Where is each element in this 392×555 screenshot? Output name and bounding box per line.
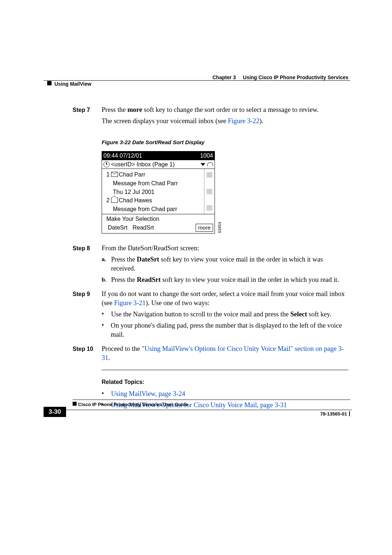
- scroll-lines-icon: [207, 189, 212, 194]
- step-label: Step 8: [73, 244, 102, 288]
- phone-extension: 1004: [200, 152, 213, 160]
- header-rule: [44, 80, 350, 81]
- step-7: Step 7 Press the more soft key to change…: [73, 105, 348, 242]
- header-marker: [47, 81, 52, 85]
- scroll-lines-icon: [207, 173, 212, 177]
- doc-number: 78-13565-01: [320, 411, 350, 417]
- footer-marker: [73, 402, 77, 406]
- figure-3-22-link[interactable]: Figure 3-22: [228, 117, 260, 125]
- phone-prompt: Make Your Selection: [106, 215, 213, 223]
- step-label: Step 9: [73, 289, 102, 343]
- phone-time: 09:44 07/12/01: [103, 152, 142, 160]
- scroll-lines-icon: [207, 206, 212, 210]
- step8-item-b: b. Press the ReadSrt soft key to view yo…: [102, 275, 348, 284]
- page-num-rule: [65, 410, 352, 410]
- mail-closed-icon: [111, 172, 118, 177]
- clock-icon: [103, 161, 110, 167]
- step7-p2: The screen displays your voicemail inbox…: [102, 117, 348, 126]
- header-right: Chapter 3 Using Cisco IP Phone Productiv…: [212, 74, 348, 80]
- phone-message-list: 1 Chad Parr Message from Chad Parr Thu 1…: [102, 169, 204, 214]
- related-link-1[interactable]: Using MailView, page 3-24: [111, 389, 185, 398]
- step9-bullet-2: • On your phone's dialing pad, press the…: [102, 321, 348, 339]
- footer-rule: [73, 400, 350, 400]
- step-10: Step 10 Proceed to the "Using MailView's…: [73, 344, 348, 365]
- step8-intro: From the DateSort/ReadSort screen:: [102, 244, 348, 253]
- figure-caption: Figure 3-22 Date Sort/Read Sort Display: [102, 139, 348, 146]
- softkey-datesrt: DateSrt: [106, 224, 129, 232]
- chapter-label: Chapter 3: [212, 74, 236, 80]
- mail-open-icon: [111, 198, 118, 203]
- phone-display: 09:44 07/12/01 1004 <userID> Inbox (Page…: [102, 151, 215, 234]
- step9-p1: If you do not want to change the sort or…: [102, 289, 348, 308]
- softkey-readsrt: ReadSrt: [131, 224, 155, 232]
- step-label: Step 10: [73, 344, 102, 365]
- chapter-title: Using Cisco IP Phone Productivity Servic…: [243, 74, 348, 80]
- related-item-1: • Using MailView, page 3-24: [102, 389, 348, 398]
- handset-icon: [207, 162, 213, 166]
- step-label: Step 7: [73, 105, 102, 242]
- step-9: Step 9 If you do not want to change the …: [73, 289, 348, 343]
- step8-item-a: a. Press the DateSrt soft key to view yo…: [102, 255, 348, 273]
- figure-3-21-link[interactable]: Figure 3-21: [114, 299, 146, 307]
- step9-bullet-1: • Use the Navigation button to scroll to…: [102, 310, 348, 319]
- step10-p1: Proceed to the "Using MailView's Options…: [102, 344, 348, 362]
- section-end-rule: [102, 370, 348, 370]
- phone-title-row: <userID> Inbox (Page 1): [102, 160, 215, 169]
- page-number: 3-30: [44, 407, 66, 417]
- step7-p1: Press the more soft key to change the so…: [102, 105, 348, 114]
- softkey-more: more: [196, 224, 213, 232]
- step-8: Step 8 From the DateSort/ReadSort screen…: [73, 244, 348, 288]
- section-title: Using MailView: [54, 81, 91, 87]
- phone-title: <userID> Inbox (Page 1): [111, 161, 199, 169]
- phone-statusbar: 09:44 07/12/01 1004: [102, 151, 215, 160]
- dropdown-icon: [201, 163, 205, 166]
- figure-sidecode: 63454: [217, 222, 222, 233]
- phone-scrollbar: [204, 169, 215, 214]
- related-topics-title: Related Topics:: [102, 378, 348, 386]
- footer-doc-title: Cisco IP Phone Productivity Services Use…: [78, 402, 188, 407]
